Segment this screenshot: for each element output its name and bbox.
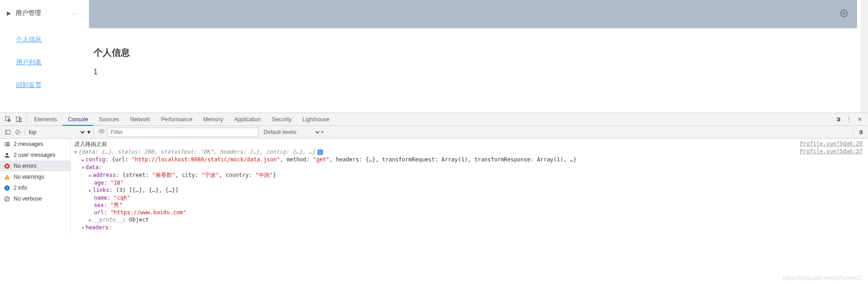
svg-rect-12 — [6, 144, 10, 145]
sidebar-item-user-list[interactable]: 用户列表 — [16, 58, 84, 67]
console-line-2[interactable]: {data: {…}, status: 200, statusText: "OK… — [74, 148, 800, 156]
devtools-panel: Elements Console Sources Network Perform… — [0, 113, 868, 233]
console-address-line[interactable]: address: {street: "缑香郡", city: "宁波", cou… — [89, 171, 864, 179]
svg-rect-21 — [6, 186, 7, 187]
svg-rect-20 — [6, 187, 7, 189]
tab-memory[interactable]: Memory — [198, 113, 229, 126]
tab-network[interactable]: Network — [125, 113, 156, 126]
side-verbose[interactable]: No verbose — [0, 193, 70, 204]
sidebar-item-back-home[interactable]: 回到首页 — [16, 81, 84, 89]
devtools-tabs: Elements Console Sources Network Perform… — [0, 113, 868, 126]
side-messages[interactable]: 2 messages — [0, 139, 70, 150]
console-toolbar: top ▼ Default levels ▼ — [0, 126, 868, 139]
svg-rect-18 — [6, 178, 7, 178]
content-area: 个人信息 1 — [84, 28, 861, 76]
svg-point-0 — [843, 12, 845, 15]
filter-input[interactable] — [108, 128, 258, 137]
inspect-icon[interactable] — [3, 116, 14, 123]
page-title: 个人信息 — [94, 46, 861, 59]
console-sidebar-toggle-icon[interactable] — [3, 129, 13, 135]
console-data-line[interactable]: data: — [82, 164, 864, 171]
tab-sources[interactable]: Sources — [94, 113, 125, 126]
tab-application[interactable]: Application — [229, 113, 266, 126]
console-settings-icon[interactable] — [855, 129, 865, 135]
console-age-line: age: "18" — [89, 179, 864, 186]
log-levels-selector[interactable]: Default levels — [262, 129, 321, 136]
console-links-line[interactable]: links: (3) [{…}, {…}, {…}] — [89, 186, 864, 194]
side-user-messages[interactable]: 2 user messages — [0, 150, 70, 160]
tab-performance[interactable]: Performance — [156, 113, 198, 126]
gear-icon[interactable] — [840, 9, 848, 19]
source-link-2[interactable]: Profile.vue?5da6:37 — [800, 148, 864, 155]
console-proto-line[interactable]: __proto__: Object — [89, 216, 864, 224]
content-id-value: 1 — [94, 68, 861, 76]
console-output: 进入路由之前 Profile.vue?5da6:20 {data: {…}, s… — [71, 139, 868, 233]
svg-rect-13 — [4, 145, 5, 146]
svg-line-7 — [16, 131, 19, 134]
info-icon — [3, 185, 11, 191]
console-line-1: 进入路由之前 — [74, 140, 800, 148]
side-info[interactable]: 2 info — [0, 182, 70, 193]
tab-lighthouse[interactable]: Lighthouse — [297, 113, 335, 126]
tab-console[interactable]: Console — [62, 113, 94, 126]
devtools-more-icon[interactable]: ⋮ — [843, 116, 854, 123]
source-link-1[interactable]: Profile.vue?5da6:20 — [800, 140, 864, 147]
console-config-line[interactable]: config: {url: "http://localhost:8080/sta… — [82, 156, 864, 164]
devtools-settings-icon[interactable] — [832, 116, 843, 123]
sidebar: ▶ 用户管理 ︿ 个人信息 用户列表 回到首页 — [0, 0, 84, 113]
verbose-icon — [3, 196, 11, 202]
svg-point-15 — [6, 153, 8, 155]
triangle-right-icon: ▶ — [7, 10, 11, 16]
console-url-line: url: "https://www.baidu.com" — [89, 209, 864, 216]
device-toggle-icon[interactable] — [14, 116, 25, 123]
side-errors[interactable]: No errors — [0, 160, 70, 171]
console-name-line: name: "cqh" — [89, 194, 864, 201]
tab-elements[interactable]: Elements — [29, 113, 62, 126]
sidebar-item-profile[interactable]: 个人信息 — [16, 36, 84, 44]
warning-icon — [3, 174, 11, 180]
tab-security[interactable]: Security — [266, 113, 297, 126]
chevron-up-icon: ︿ — [72, 10, 78, 17]
svg-rect-4 — [5, 130, 10, 134]
svg-rect-17 — [6, 176, 7, 178]
list-icon — [3, 141, 11, 147]
sidebar-header-label: 用户管理 — [16, 9, 41, 17]
devtools-close-icon[interactable]: ✕ — [854, 116, 865, 123]
console-headers-line[interactable]: headers: — [82, 224, 864, 232]
error-icon — [3, 163, 11, 169]
sidebar-header-user-mgmt[interactable]: ▶ 用户管理 ︿ — [7, 9, 84, 17]
svg-rect-11 — [4, 144, 5, 145]
console-sidebar: 2 messages 2 user messages No errors No … — [0, 139, 71, 233]
user-icon — [3, 152, 11, 158]
side-warnings[interactable]: No warnings — [0, 171, 70, 182]
svg-rect-9 — [4, 142, 5, 143]
context-selector[interactable]: top — [27, 129, 86, 136]
svg-rect-10 — [6, 142, 10, 143]
console-sex-line: sex: "男" — [89, 201, 864, 209]
header-bar — [89, 0, 857, 28]
scrollbar-vertical[interactable] — [861, 0, 868, 113]
svg-rect-14 — [6, 145, 10, 146]
svg-line-23 — [5, 197, 9, 201]
console-clear-icon[interactable] — [13, 129, 23, 135]
live-expression-icon[interactable] — [99, 128, 105, 136]
info-badge-icon: i — [317, 150, 323, 155]
svg-point-8 — [101, 130, 103, 132]
